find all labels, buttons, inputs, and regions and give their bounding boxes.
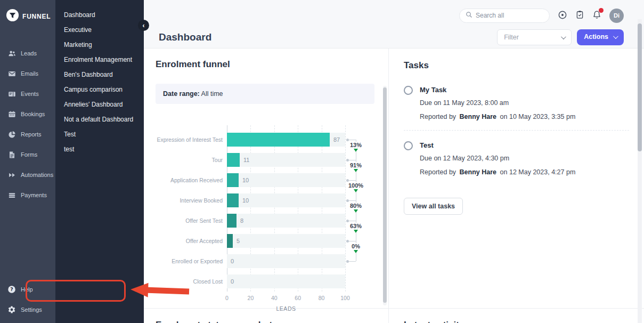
chevron-down-icon [613, 34, 618, 39]
date-range-banner: Date range: All time [156, 84, 374, 104]
task-complete-radio[interactable] [404, 141, 413, 150]
chart-row-closed-lost: Closed Lost0 [156, 271, 374, 292]
task-name[interactable]: My Task [420, 86, 575, 94]
sidebar-item-label: Events [21, 91, 39, 97]
funnel-down-icon [354, 250, 358, 253]
dashboard-list-item-enrolment-management[interactable]: Enrolment Management [55, 52, 144, 67]
bar-track: 0 [227, 254, 345, 268]
funnel-bar [227, 193, 239, 207]
sidebar-item-label: Settings [21, 306, 42, 313]
conversion-percentage: 91% [346, 162, 365, 172]
notifications-button[interactable] [592, 10, 601, 21]
chart-row-interview-booked: Interview Booked10 [156, 190, 374, 211]
target-button[interactable] [558, 10, 567, 21]
tasks-clipboard-button[interactable] [575, 10, 584, 21]
dashboard-list-item-ben-s-dashboard[interactable]: Ben's Dashboard [55, 67, 144, 82]
task-complete-radio[interactable] [404, 86, 413, 95]
task-name[interactable]: Test [420, 141, 575, 149]
task-reporter-name[interactable]: Benny Hare [460, 113, 496, 120]
funnel-down-icon [354, 209, 358, 213]
sidebar-item-emails[interactable]: Emails [0, 63, 55, 84]
x-axis-tick: 80 [315, 295, 328, 301]
x-axis-title: LEADS [227, 305, 345, 312]
x-axis-tick: 40 [268, 295, 281, 301]
sidebar-item-settings[interactable]: Settings [0, 300, 55, 320]
primary-sidebar: FUNNEL LeadsEmailsEventsBookingsReportsF… [0, 0, 55, 323]
card-scrollbar-track [383, 86, 387, 305]
bar-track: 10 [227, 193, 345, 207]
card-scrollbar-thumb[interactable] [383, 87, 387, 303]
search-box[interactable] [459, 9, 550, 23]
dashboard-list-item-campus-comparison[interactable]: Campus comparison [55, 82, 144, 97]
tasks-card-title: Tasks [404, 60, 629, 71]
chart-row-enrolled-or-exported: Enrolled or Exported0 [156, 251, 374, 271]
dashboard-list-item-executive[interactable]: Executive [55, 22, 144, 37]
category-label: Offer Accepted [156, 238, 223, 244]
bar-value-label: 8 [240, 217, 243, 224]
emails-icon [7, 69, 16, 78]
dashboard-canvas: Enrolment funnel Date range: All time Ex… [144, 48, 644, 323]
page-scrollbar-thumb[interactable] [638, 23, 642, 151]
conversion-percentage-value: 80% [346, 203, 365, 209]
bar-value-label: 5 [237, 238, 240, 244]
funnel-card-title: Enrolment funnel [156, 59, 374, 70]
view-all-tasks-button[interactable]: View all tasks [404, 198, 463, 215]
x-axis-tick: 20 [244, 295, 257, 301]
sidebar-item-forms[interactable]: Forms [0, 144, 55, 165]
sidebar-item-events[interactable]: Events [0, 84, 55, 104]
chart-row-application-received: Application Received10 [156, 170, 374, 190]
brand-logo[interactable]: FUNNEL [0, 0, 55, 24]
connector-stub [348, 160, 356, 160]
sidebar-item-label: Payments [21, 192, 47, 198]
x-axis-tick: 60 [291, 295, 304, 301]
conversion-percentage-value: 63% [346, 223, 365, 229]
category-label: Tour [156, 157, 223, 163]
conversion-percentage: 80% [346, 203, 365, 213]
title-actions: Filter Actions [497, 29, 624, 45]
sidebar-item-reports[interactable]: Reports [0, 124, 55, 144]
bar-value-label: 0 [231, 258, 234, 264]
notification-badge [599, 8, 604, 13]
filter-dropdown[interactable]: Filter [497, 29, 572, 45]
search-input[interactable] [476, 12, 543, 19]
bar-track: 10 [227, 173, 345, 187]
bar-value-label: 0 [231, 278, 234, 285]
dashboard-list-item-dashboard[interactable]: Dashboard [55, 7, 144, 22]
task-reported-by: Reported by Benny Hare on 12 May 2023, 4… [420, 167, 575, 177]
funnel-bar [227, 153, 240, 167]
connector-stub [348, 140, 356, 140]
clipboard-icon [575, 10, 584, 21]
filter-placeholder: Filter [504, 34, 519, 41]
sidebar-item-leads[interactable]: Leads [0, 43, 55, 63]
dashboard-list-item-test[interactable]: Test [55, 127, 144, 142]
chevron-left-icon: ‹ [143, 22, 145, 29]
connector-stub [348, 200, 356, 201]
dashboard-list-item-marketing[interactable]: Marketing [55, 37, 144, 52]
chevron-down-icon [561, 34, 566, 39]
sidebar-item-automations[interactable]: Automations [0, 165, 55, 185]
dashboard-list-item-annelies-dashboard[interactable]: Annelies' Dashboard [55, 97, 144, 112]
dashboard-list-item-not-a-default-dashboard[interactable]: Not a default Dashboard [55, 112, 144, 127]
connector-stub [348, 180, 356, 181]
bar-value-label: 10 [242, 197, 249, 204]
sidebar-item-payments[interactable]: Payments [0, 185, 55, 205]
forms-icon [7, 150, 16, 159]
category-label: Offer Sent Test [156, 217, 223, 224]
task-due-date: Due on 11 May 2023, 8:00 am [420, 98, 575, 108]
sidebar-item-label: Forms [21, 151, 37, 158]
task-reporter-name[interactable]: Benny Hare [460, 168, 496, 176]
bottom-right-widget: Latest activity [389, 309, 644, 323]
sidebar-item-label: Bookings [21, 111, 45, 117]
funnel-bar [227, 173, 239, 187]
actions-button[interactable]: Actions [577, 29, 624, 45]
sidebar-item-label: Reports [21, 131, 42, 138]
chart-row-tour: Tour11 [156, 150, 374, 170]
funnel-down-icon [354, 169, 358, 172]
dashboard-list-item-test[interactable]: test [55, 142, 144, 157]
avatar[interactable]: Di [609, 9, 624, 23]
sidebar-item-bookings[interactable]: Bookings [0, 104, 55, 124]
sidebar-item-help[interactable]: ?Help [0, 279, 55, 300]
title-row: Dashboard Filter Actions [144, 27, 644, 48]
task-reported-by: Reported by Benny Hare on 10 May 2023, 3… [420, 112, 575, 122]
sidebar-collapse-button[interactable]: ‹ [138, 20, 149, 31]
